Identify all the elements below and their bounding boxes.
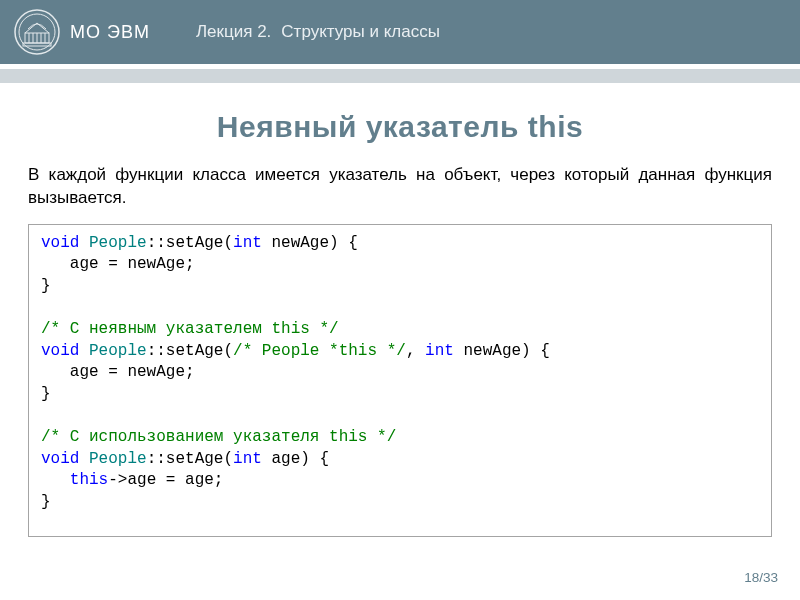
code-line: } bbox=[41, 277, 51, 295]
lecture-number: Лекция 2. bbox=[196, 22, 271, 41]
code-token: age) { bbox=[262, 450, 329, 468]
code-token: newAge) { bbox=[262, 234, 358, 252]
code-token: newAge) { bbox=[454, 342, 550, 360]
code-line: } bbox=[41, 493, 51, 511]
code-token: People bbox=[89, 450, 147, 468]
code-line: } bbox=[41, 385, 51, 403]
code-token: int bbox=[233, 234, 262, 252]
header-bar: МО ЭВМ Лекция 2.Структуры и классы bbox=[0, 0, 800, 64]
code-token: /* People *this */ bbox=[233, 342, 406, 360]
code-line: age = newAge; bbox=[41, 363, 195, 381]
code-token: ::setAge( bbox=[147, 450, 233, 468]
code-token bbox=[41, 471, 70, 489]
code-token: void bbox=[41, 450, 89, 468]
code-block: void People::setAge(int newAge) { age = … bbox=[28, 224, 772, 537]
page-current: 18 bbox=[744, 570, 759, 585]
code-token: void bbox=[41, 342, 89, 360]
code-token: People bbox=[89, 342, 147, 360]
svg-point-1 bbox=[19, 14, 55, 50]
lecture-label: Лекция 2.Структуры и классы bbox=[196, 22, 440, 42]
code-comment: /* C неявным указателем this */ bbox=[41, 320, 339, 338]
page-total: 33 bbox=[763, 570, 778, 585]
svg-point-0 bbox=[15, 10, 59, 54]
code-token: void bbox=[41, 234, 89, 252]
lecture-title: Структуры и классы bbox=[281, 22, 440, 41]
university-emblem-icon bbox=[14, 9, 60, 55]
code-token: int bbox=[425, 342, 454, 360]
code-token: ->age = age; bbox=[108, 471, 223, 489]
code-token: ::setAge( bbox=[147, 342, 233, 360]
slide-intro: В каждой функции класса имеется указател… bbox=[28, 164, 772, 210]
code-token: ::setAge( bbox=[147, 234, 233, 252]
code-token: int bbox=[233, 450, 262, 468]
code-token: , bbox=[406, 342, 425, 360]
code-token: this bbox=[70, 471, 108, 489]
code-comment: /* C использованием указателя this */ bbox=[41, 428, 396, 446]
slide-body: Неявный указатель this В каждой функции … bbox=[0, 110, 800, 537]
org-name: МО ЭВМ bbox=[70, 22, 150, 43]
logo-area: МО ЭВМ bbox=[14, 9, 150, 55]
code-line: age = newAge; bbox=[41, 255, 195, 273]
code-token: People bbox=[89, 234, 147, 252]
page-counter: 18/33 bbox=[744, 570, 778, 585]
svg-rect-3 bbox=[23, 43, 51, 46]
slide-title: Неявный указатель this bbox=[28, 110, 772, 144]
subheader-bar bbox=[0, 69, 800, 83]
